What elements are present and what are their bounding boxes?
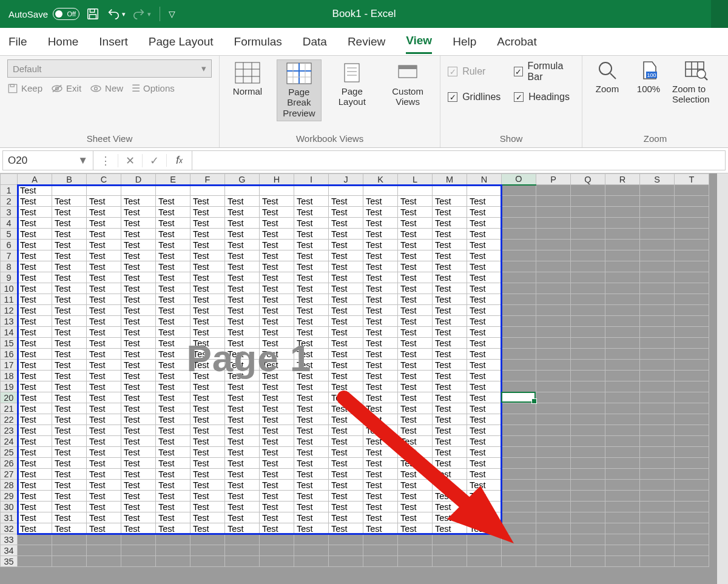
cell[interactable]: Test [329,458,363,469]
cell[interactable] [536,327,571,338]
cell[interactable]: Test [329,392,363,403]
cell[interactable]: Test [87,392,121,403]
cell[interactable]: Test [433,218,467,229]
cell[interactable] [571,425,605,436]
cell[interactable]: Test [467,250,502,261]
cell[interactable]: Test [225,283,260,294]
cell[interactable] [640,381,675,392]
cell[interactable]: Test [363,447,398,458]
cell[interactable] [467,534,502,545]
cell[interactable] [156,534,190,545]
cell[interactable] [640,502,675,512]
cell[interactable]: Test [398,523,433,534]
cell[interactable] [225,556,260,567]
cell[interactable] [640,469,675,480]
cell[interactable]: Test [433,392,467,403]
cell[interactable]: Test [467,349,502,360]
cell[interactable]: Test [260,491,294,502]
cell[interactable]: Test [294,523,329,534]
cell[interactable] [571,545,605,556]
cell[interactable] [536,414,571,425]
cell[interactable] [502,491,536,502]
cell[interactable]: Test [467,447,502,458]
cell[interactable]: Test [18,294,52,305]
cell[interactable]: Test [225,272,260,283]
cell[interactable] [571,218,605,229]
cell[interactable]: Test [398,316,433,327]
cell[interactable] [536,381,571,392]
cell[interactable] [605,305,640,316]
cell[interactable]: Test [433,207,467,218]
cell[interactable]: Test [156,272,190,283]
cell[interactable]: Test [52,480,87,491]
cell[interactable]: Test [18,196,52,207]
cell[interactable] [571,316,605,327]
cell[interactable]: Test [467,403,502,414]
cell[interactable] [502,250,536,261]
row-header[interactable]: 11 [1,294,18,305]
cell[interactable]: Test [18,261,52,272]
cell[interactable] [536,305,571,316]
cell[interactable] [640,240,675,250]
cell[interactable]: Test [190,403,225,414]
row-header[interactable]: 21 [1,403,18,414]
cell[interactable] [640,458,675,469]
cell[interactable]: Test [467,240,502,250]
tab-file[interactable]: File [8,30,27,53]
cell[interactable]: Test [294,272,329,283]
cell[interactable]: Test [18,360,52,371]
cell[interactable]: Test [363,349,398,360]
cell[interactable]: Test [398,381,433,392]
cell[interactable] [536,502,571,512]
cell[interactable] [640,414,675,425]
cell[interactable] [571,229,605,240]
cell[interactable] [605,403,640,414]
cell[interactable] [571,272,605,283]
cell[interactable]: Test [260,261,294,272]
cell[interactable]: Test [294,283,329,294]
cell[interactable]: Test [18,250,52,261]
cell[interactable] [640,283,675,294]
cell[interactable] [502,240,536,250]
cell[interactable]: Test [294,316,329,327]
cell[interactable] [502,283,536,294]
cell[interactable]: Test [18,414,52,425]
cell[interactable]: Test [121,491,156,502]
cell[interactable]: Test [329,381,363,392]
vertical-scrollbar[interactable] [717,173,728,584]
cell[interactable] [363,545,398,556]
cell[interactable]: Test [329,447,363,458]
cell[interactable]: Test [18,523,52,534]
cell[interactable]: Test [87,447,121,458]
cell[interactable] [605,349,640,360]
row-header[interactable]: 22 [1,414,18,425]
cell[interactable]: Test [260,316,294,327]
cell[interactable]: Test [363,392,398,403]
cell[interactable]: Test [363,414,398,425]
cell[interactable]: Test [225,371,260,381]
column-header[interactable]: T [675,174,709,185]
cell[interactable]: Test [467,491,502,502]
cell[interactable] [571,556,605,567]
cell[interactable]: Test [190,349,225,360]
cell[interactable] [398,556,433,567]
cell[interactable] [536,196,571,207]
cell[interactable]: Test [294,502,329,512]
cell[interactable]: Test [87,480,121,491]
cell[interactable]: Test [225,218,260,229]
cell[interactable]: Test [52,403,87,414]
cell[interactable]: Test [190,218,225,229]
cell[interactable] [536,480,571,491]
cell[interactable]: Test [190,381,225,392]
cell[interactable]: Test [260,207,294,218]
cell[interactable]: Test [156,523,190,534]
cell[interactable] [502,229,536,240]
cell[interactable] [640,371,675,381]
cell[interactable] [675,316,709,327]
cell[interactable]: Test [329,349,363,360]
cell[interactable] [640,327,675,338]
cell[interactable] [571,392,605,403]
cell[interactable] [675,305,709,316]
cell[interactable] [502,556,536,567]
cell[interactable]: Test [190,458,225,469]
